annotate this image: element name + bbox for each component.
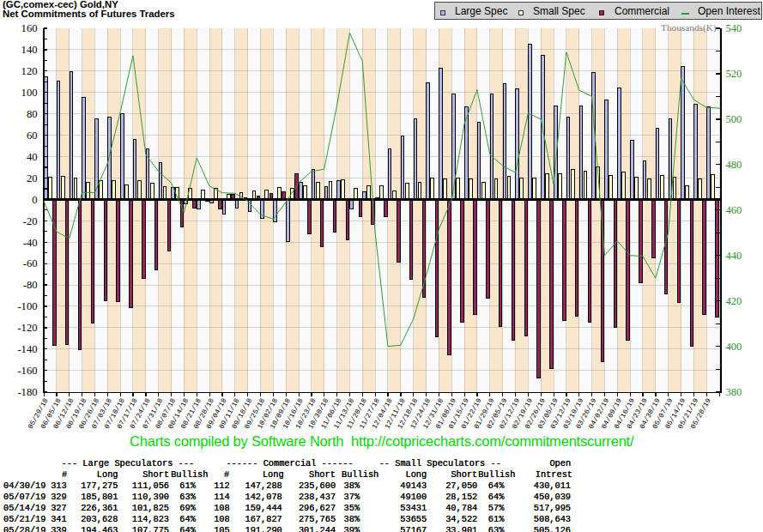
svg-text:420: 420 [726, 295, 742, 307]
svg-text:400: 400 [726, 341, 742, 353]
svg-text:500: 500 [726, 113, 742, 125]
svg-text:160: 160 [21, 22, 38, 34]
svg-text:440: 440 [726, 250, 742, 262]
svg-text:40: 40 [27, 151, 38, 163]
svg-text:120: 120 [21, 65, 38, 77]
svg-text:-180: -180 [17, 386, 37, 398]
svg-text:-60: -60 [23, 257, 38, 269]
svg-text:100: 100 [21, 87, 38, 99]
svg-text:380: 380 [726, 386, 742, 398]
svg-text:540: 540 [726, 22, 742, 34]
svg-text:140: 140 [21, 44, 38, 56]
svg-text:-40: -40 [23, 237, 38, 249]
svg-text:520: 520 [726, 68, 742, 80]
svg-text:480: 480 [726, 159, 742, 171]
svg-text:60: 60 [27, 130, 38, 142]
svg-text:80: 80 [27, 108, 38, 120]
svg-text:-80: -80 [23, 279, 38, 291]
svg-text:Thousands(K): Thousands(K) [661, 22, 717, 33]
svg-text:460: 460 [726, 204, 742, 216]
svg-text:-140: -140 [17, 343, 37, 355]
svg-text:-120: -120 [17, 322, 37, 334]
svg-text:-20: -20 [23, 215, 38, 227]
svg-text:0: 0 [32, 194, 37, 206]
svg-text:20: 20 [27, 172, 38, 184]
svg-text:-100: -100 [17, 300, 37, 312]
svg-text:-160: -160 [17, 365, 37, 377]
